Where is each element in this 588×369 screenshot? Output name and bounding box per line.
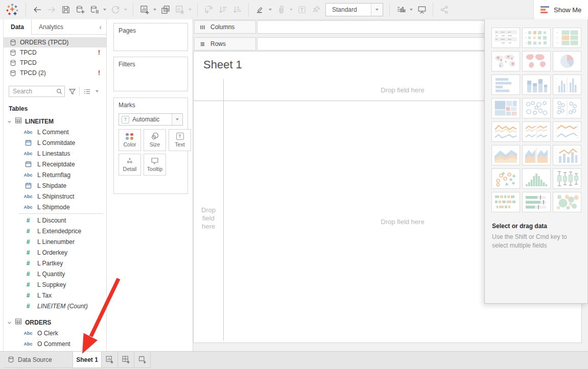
showme-highlight-table[interactable] — [553, 28, 581, 48]
fit-selector[interactable]: Standard — [325, 3, 383, 16]
tableau-logo-icon[interactable] — [5, 2, 20, 17]
new-data-source-button[interactable] — [73, 3, 87, 17]
field-item[interactable]: L Shipdate — [4, 180, 106, 191]
showme-circle-views[interactable] — [522, 98, 551, 118]
table-group-lineitem[interactable]: LINEITEM — [4, 116, 106, 127]
duplicate-sheet-button[interactable] — [158, 3, 172, 17]
field-item[interactable]: AbcL Shipinstruct — [4, 191, 106, 202]
field-item[interactable]: #L Linenumber — [4, 236, 106, 247]
field-item[interactable]: #L Partkey — [4, 258, 106, 268]
chevron-down-icon[interactable] — [7, 117, 12, 126]
swap-rows-columns-button[interactable] — [202, 3, 216, 17]
field-item[interactable]: AbcO Comment — [4, 338, 106, 349]
data-source-item[interactable]: ORDERS (TPCD) — [4, 37, 106, 47]
field-item[interactable]: #L Discount — [4, 215, 106, 226]
color-button[interactable]: Color — [119, 129, 141, 151]
table-group-orders[interactable]: ORDERS — [4, 317, 106, 328]
rows-drop-zone[interactable]: Drop field here — [197, 206, 220, 231]
format-painter-button[interactable] — [274, 3, 288, 17]
sort-descending-button[interactable] — [230, 3, 244, 17]
pause-auto-updates-button[interactable] — [87, 3, 101, 17]
highlight-dropdown[interactable] — [269, 9, 272, 11]
field-item[interactable]: AbcL Shipmode — [4, 202, 106, 212]
showme-dual-lines[interactable] — [553, 121, 581, 142]
showme-stacked-bars[interactable] — [522, 75, 551, 95]
format-painter-dropdown[interactable] — [290, 9, 293, 11]
data-source-item[interactable]: TPCD — [4, 58, 106, 68]
data-source-item[interactable]: TPCD ! — [4, 47, 106, 58]
showme-lines-continuous[interactable] — [491, 121, 520, 142]
showme-area-continuous[interactable] — [491, 145, 520, 165]
pause-auto-updates-dropdown[interactable] — [103, 9, 106, 11]
field-item[interactable]: AbcL Comment — [4, 127, 106, 137]
field-item[interactable]: #L Tax — [4, 290, 106, 301]
field-item[interactable]: #L Extendedprice — [4, 226, 106, 236]
redo-button[interactable] — [44, 3, 58, 17]
showme-scatter-plot[interactable] — [491, 168, 520, 189]
filter-fields-icon[interactable] — [67, 87, 77, 96]
highlight-button[interactable] — [253, 3, 267, 17]
new-story-button[interactable] — [134, 352, 151, 367]
showme-horizontal-bars[interactable] — [491, 75, 520, 95]
showme-side-by-side-bars[interactable] — [553, 75, 581, 95]
clear-sheet-button[interactable] — [173, 3, 186, 17]
presentation-mode-button[interactable] — [415, 3, 429, 17]
show-mark-labels-button[interactable] — [394, 3, 408, 17]
showme-area-discrete[interactable] — [522, 145, 551, 165]
mark-type-dropdown[interactable]: T Automatic — [119, 113, 183, 126]
collapse-pane-icon[interactable]: ‹ — [95, 19, 106, 34]
field-item[interactable]: L Commitdate — [4, 137, 106, 148]
undo-button[interactable] — [30, 3, 44, 17]
new-worksheet-tab-button[interactable] — [102, 352, 118, 367]
clear-sheet-dropdown[interactable] — [189, 9, 192, 11]
field-item[interactable]: #L Quantity — [4, 268, 106, 279]
new-worksheet-dropdown[interactable] — [153, 9, 156, 11]
showme-packed-bubbles[interactable] — [553, 192, 581, 212]
pin-button[interactable] — [309, 3, 323, 17]
run-update-dropdown[interactable] — [124, 9, 127, 11]
show-mark-labels-dropdown[interactable] — [410, 9, 413, 11]
field-item[interactable]: #L Orderkey — [4, 247, 106, 258]
showme-gantt[interactable] — [491, 192, 520, 212]
field-item[interactable]: #L Suppkey — [4, 279, 106, 290]
view-options-dropdown[interactable] — [96, 90, 99, 92]
showme-symbol-map[interactable] — [491, 51, 520, 71]
chevron-down-icon[interactable] — [7, 318, 12, 327]
run-update-button[interactable] — [108, 3, 122, 17]
size-button[interactable]: Size — [144, 129, 166, 151]
detail-button[interactable]: Detail — [119, 154, 141, 176]
sort-ascending-button[interactable] — [216, 3, 230, 17]
field-item[interactable]: AbcO Clerk — [4, 328, 106, 338]
show-me-button[interactable]: Show Me — [533, 0, 588, 19]
showme-box-and-whisker[interactable] — [553, 168, 581, 189]
view-options-icon[interactable] — [82, 87, 91, 96]
filters-shelf[interactable]: Filters — [113, 57, 188, 91]
showme-histogram[interactable] — [522, 168, 551, 189]
tab-analytics[interactable]: Analytics — [32, 19, 70, 34]
showme-side-by-side-circles[interactable] — [553, 98, 581, 118]
tab-data-source[interactable]: Data Source — [4, 352, 73, 367]
new-worksheet-button[interactable] — [137, 3, 151, 17]
new-dashboard-button[interactable] — [118, 352, 134, 367]
text-button[interactable]: T Text — [169, 129, 191, 151]
field-item[interactable]: AbcL Linestatus — [4, 148, 106, 159]
showme-text-table[interactable] — [491, 28, 520, 48]
share-workbook-button[interactable] — [437, 3, 451, 17]
tab-sheet-1[interactable]: Sheet 1 — [73, 352, 102, 367]
tooltip-button[interactable]: Tooltip — [144, 154, 166, 176]
mark-type-caret[interactable] — [172, 114, 182, 125]
pages-shelf[interactable]: Pages — [113, 23, 188, 51]
sheet-title[interactable]: Sheet 1 — [203, 58, 242, 71]
showme-dual-combination[interactable] — [553, 145, 581, 165]
showme-treemap[interactable] — [491, 98, 520, 118]
field-item[interactable]: L Receiptdate — [4, 159, 106, 169]
save-button[interactable] — [59, 3, 73, 17]
field-item[interactable]: AbcL Returnflag — [4, 169, 106, 180]
tab-data[interactable]: Data — [4, 19, 32, 35]
fit-selector-dropdown[interactable] — [371, 4, 383, 16]
showme-lines-discrete[interactable] — [522, 121, 551, 142]
text-label-button[interactable] — [295, 3, 309, 17]
data-source-item[interactable]: TPCD (2) ! — [4, 68, 106, 78]
field-item[interactable]: #LINEITEM (Count) — [4, 301, 106, 311]
showme-heatmap[interactable] — [522, 28, 551, 48]
